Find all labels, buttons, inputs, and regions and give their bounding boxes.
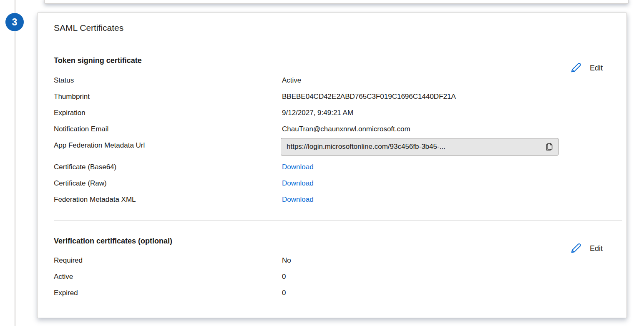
field-label: Active [54,272,282,288]
field-label: Thumbprint [54,92,282,108]
field-label: Expired [54,288,282,305]
saml-sso-page: 3 SAML Certificates Token signing certif… [0,0,644,326]
field-label: App Federation Metadata Url [54,141,282,150]
field-value: 0 [282,288,610,305]
edit-label: Edit [590,244,603,253]
pencil-icon [570,241,583,256]
field-row-status: Status Active [54,76,610,92]
field-value: 9/12/2027, 9:49:21 AM [282,108,610,125]
field-row-active-count: Active 0 [54,272,610,288]
token-signing-edit-button[interactable]: Edit [570,61,603,75]
pencil-icon [570,61,583,75]
field-value: No [282,256,610,272]
field-label: Expiration [54,108,282,125]
field-value: Active [282,76,610,92]
field-label: Federation Metadata XML [54,195,282,211]
download-raw-link[interactable]: Download [282,179,314,187]
edit-label: Edit [590,64,603,73]
field-label: Status [54,76,282,92]
field-row-required: Required No [54,256,610,272]
step-number-badge: 3 [5,13,24,31]
field-row-thumbprint: Thumbprint BBEBE04CD42E2ABD765C3F019C169… [54,92,610,108]
metadata-url-field [281,138,558,155]
field-row-expiration: Expiration 9/12/2027, 9:49:21 AM [54,108,610,125]
verification-edit-button[interactable]: Edit [570,241,603,256]
step-number: 3 [12,17,18,28]
card-title: SAML Certificates [54,23,123,33]
field-label: Notification Email [54,125,282,141]
field-label: Required [54,256,282,272]
verification-heading: Verification certificates (optional) [54,237,172,246]
section-divider [54,221,622,221]
saml-certificates-card: SAML Certificates Token signing certific… [37,13,627,318]
field-row-expired-count: Expired 0 [54,288,610,305]
field-value: 0 [282,272,610,288]
token-signing-heading: Token signing certificate [54,56,142,65]
step-connector-line [15,0,15,326]
field-value: BBEBE04CD42E2ABD765C3F019C1696C1440DF21A [282,92,610,108]
field-row-federation-xml: Federation Metadata XML Download [54,195,610,211]
field-row-metadata-url: App Federation Metadata Url [54,141,610,163]
copy-icon [545,141,554,153]
field-row-cert-base64: Certificate (Base64) Download [54,163,610,179]
field-label: Certificate (Raw) [54,179,282,195]
field-label: Certificate (Base64) [54,163,282,179]
download-federation-xml-link[interactable]: Download [282,196,314,203]
metadata-url-input[interactable] [281,138,543,155]
previous-card-edge [44,0,629,4]
field-row-cert-raw: Certificate (Raw) Download [54,179,610,195]
download-base64-link[interactable]: Download [282,163,314,171]
copy-button[interactable] [543,140,556,153]
